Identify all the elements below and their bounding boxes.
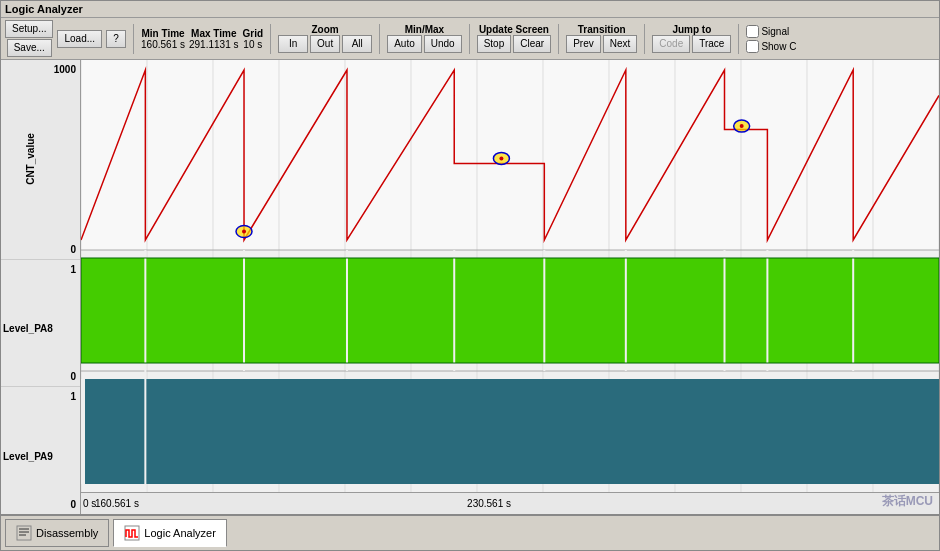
signal-checkbox[interactable]: [746, 25, 759, 38]
toolbar: Setup... Save... Load... ? Min Time 160.…: [1, 18, 939, 60]
main-window: Logic Analyzer Setup... Save... Load... …: [0, 0, 940, 551]
file-group: Setup... Save...: [5, 20, 53, 57]
main-chart[interactable]: [81, 60, 939, 492]
grid-block: Grid 10 s: [243, 28, 264, 50]
minmax-group: Min/Max Auto Undo: [387, 24, 461, 53]
min-time-value: 160.561 s: [141, 39, 185, 50]
pa9-signal-name: Level_PA9: [3, 451, 53, 462]
time-ruler: 0 s 160.561 s 230.561 s: [81, 492, 939, 514]
grid-label: Grid: [243, 28, 264, 39]
tab-logic-analyzer[interactable]: Logic Analyzer: [113, 519, 227, 547]
showc-checkbox-label[interactable]: Show C: [746, 40, 796, 53]
help-button[interactable]: ?: [106, 30, 126, 48]
max-time-value: 291.1131 s: [189, 39, 239, 50]
tab-disassembly[interactable]: Disassembly: [5, 519, 109, 547]
minmax-label: Min/Max: [405, 24, 444, 35]
pa9-label-1: 1: [70, 391, 76, 402]
jumpto-buttons: Code Trace: [652, 35, 731, 53]
sep2: [270, 24, 271, 54]
grid-value: 10 s: [243, 39, 262, 50]
trace-button[interactable]: Trace: [692, 35, 731, 53]
main-content: 1000 0 CNT_value 1 0 Level_PA8 1 0 Level…: [1, 60, 939, 514]
max-time-block: Max Time 291.1131 s: [189, 28, 239, 50]
showc-label: Show C: [761, 41, 796, 52]
window-title: Logic Analyzer: [5, 3, 83, 15]
time-mid-start: 160.561 s: [95, 498, 139, 509]
svg-rect-0: [17, 526, 31, 540]
update-buttons: Stop Clear: [477, 35, 551, 53]
options-group: Signal Show C: [746, 25, 796, 53]
cnt-label-0: 0: [70, 244, 76, 255]
next-button[interactable]: Next: [603, 35, 638, 53]
disassembly-icon: [16, 525, 32, 541]
zoom-out-button[interactable]: Out: [310, 35, 340, 53]
showc-checkbox[interactable]: [746, 40, 759, 53]
zoom-in-button[interactable]: In: [278, 35, 308, 53]
sep7: [738, 24, 739, 54]
setup-button[interactable]: Setup...: [5, 20, 53, 38]
cnt-label-1000: 1000: [54, 64, 76, 75]
zoom-all-button[interactable]: All: [342, 35, 372, 53]
zoom-group: Zoom In Out All: [278, 24, 372, 53]
signal-label: Signal: [761, 26, 789, 37]
pa8-label-0: 0: [70, 371, 76, 382]
stop-button[interactable]: Stop: [477, 35, 512, 53]
tab-logic-label: Logic Analyzer: [144, 527, 216, 539]
prev-button[interactable]: Prev: [566, 35, 601, 53]
pa9-label-0: 0: [70, 499, 76, 510]
min-time-label: Min Time: [141, 28, 184, 39]
pa8-signal-name: Level_PA8: [3, 323, 53, 334]
logic-icon: [124, 525, 140, 541]
transition-buttons: Prev Next: [566, 35, 637, 53]
pa8-label-1: 1: [70, 264, 76, 275]
load-button[interactable]: Load...: [57, 30, 102, 48]
code-button[interactable]: Code: [652, 35, 690, 53]
sep4: [469, 24, 470, 54]
jumpto-label: Jump to: [672, 24, 711, 35]
tab-disassembly-label: Disassembly: [36, 527, 98, 539]
jumpto-group: Jump to Code Trace: [652, 24, 731, 53]
save-button[interactable]: Save...: [7, 39, 52, 57]
auto-button[interactable]: Auto: [387, 35, 422, 53]
sep3: [379, 24, 380, 54]
sep5: [558, 24, 559, 54]
transition-label: Transition: [578, 24, 626, 35]
chart-canvas-area: 0 s 160.561 s 230.561 s 茶话MCU: [81, 60, 939, 514]
undo-button[interactable]: Undo: [424, 35, 462, 53]
labels-column: 1000 0 CNT_value 1 0 Level_PA8 1 0 Level…: [1, 60, 81, 514]
max-time-label: Max Time: [191, 28, 236, 39]
zoom-label: Zoom: [312, 24, 339, 35]
title-bar: Logic Analyzer: [1, 1, 939, 18]
cnt-signal-name: CNT_value: [25, 134, 36, 186]
sep1: [133, 24, 134, 54]
transition-group: Transition Prev Next: [566, 24, 637, 53]
update-label: Update Screen: [479, 24, 549, 35]
update-group: Update Screen Stop Clear: [477, 24, 551, 53]
sep6: [644, 24, 645, 54]
zoom-buttons: In Out All: [278, 35, 372, 53]
signal-checkbox-label[interactable]: Signal: [746, 25, 796, 38]
minmax-buttons: Auto Undo: [387, 35, 461, 53]
clear-button[interactable]: Clear: [513, 35, 551, 53]
time-mid: 230.561 s: [467, 498, 511, 509]
watermark: 茶话MCU: [882, 493, 933, 510]
taskbar: Disassembly Logic Analyzer: [1, 514, 939, 550]
signal-area: 1000 0 CNT_value 1 0 Level_PA8 1 0 Level…: [1, 60, 939, 514]
min-time-block: Min Time 160.561 s: [141, 28, 185, 50]
